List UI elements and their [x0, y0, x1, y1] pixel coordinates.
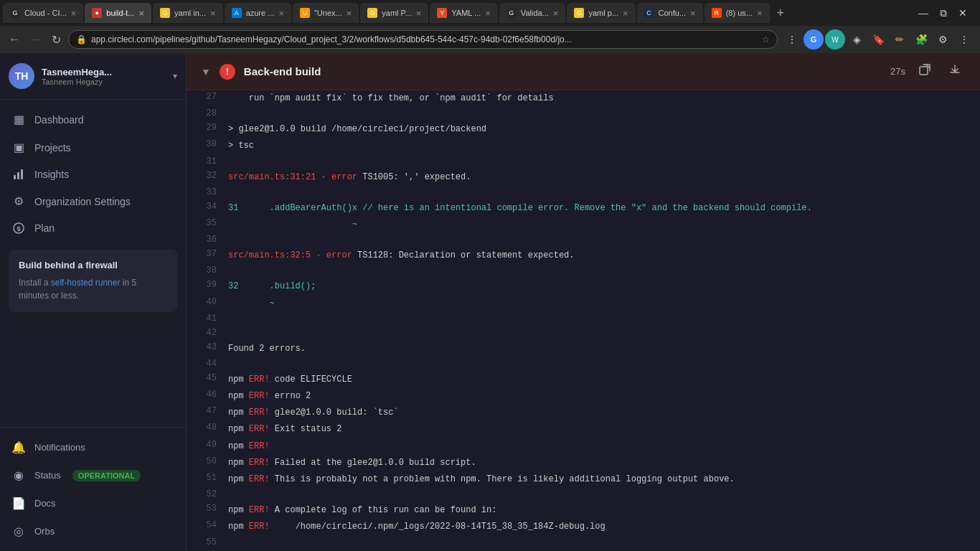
tab-close-yaml4[interactable]: ×: [623, 8, 628, 19]
sidebar-item-org-settings[interactable]: ⚙ Organization Settings: [0, 187, 186, 215]
notifications-icon: 🔔: [11, 441, 26, 454]
tab-valida[interactable]: G Valida... ×: [499, 3, 566, 23]
tab-close-yaml2[interactable]: ×: [416, 8, 422, 19]
tab-favicon-valida: G: [507, 8, 517, 18]
line-number: 45: [187, 372, 222, 385]
sidebar-item-orbs[interactable]: ◎ Orbs: [0, 517, 186, 545]
promo-link[interactable]: self-hosted runner: [51, 278, 121, 288]
sidebar-item-label-plan: Plan: [34, 222, 55, 234]
ext6-button[interactable]: ⚙: [933, 29, 953, 50]
reload-button[interactable]: ↻: [49, 30, 64, 50]
sidebar-item-docs[interactable]: 📄 Docs: [0, 489, 186, 517]
sidebar-item-notifications[interactable]: 🔔 Notifications: [0, 433, 186, 461]
log-row: 31: [187, 155, 980, 169]
sidebar-item-plan[interactable]: $ Plan: [0, 215, 186, 241]
tab-close-reddit[interactable]: ×: [757, 8, 763, 19]
log-line-content: [222, 312, 980, 315]
download-button[interactable]: [944, 62, 966, 81]
log-row: 46npm ERR! errno 2: [187, 388, 980, 405]
log-line-content: [222, 155, 980, 158]
log-row: 3932 .build();: [187, 278, 980, 295]
star-icon[interactable]: ☆: [762, 34, 770, 44]
tab-favicon-confu: C: [644, 8, 654, 18]
sidebar-bottom: 🔔 Notifications ◉ Status OPERATIONAL 📄 D…: [0, 427, 186, 551]
ext2-button[interactable]: ◈: [847, 29, 867, 50]
log-line-content: npm ERR! code ELIFECYCLE: [222, 372, 980, 388]
open-new-window-button[interactable]: [914, 62, 936, 81]
menu-button[interactable]: ⋮: [954, 29, 974, 50]
plan-icon: $: [11, 222, 26, 234]
tab-close-confu[interactable]: ×: [690, 8, 696, 19]
tab-build[interactable]: ● build-t... ×: [85, 3, 151, 23]
expand-button[interactable]: ▼: [201, 66, 211, 77]
log-row: 47npm ERR! glee2@1.0.0 build: `tsc`: [187, 405, 980, 421]
log-line-content: npm ERR! /home/circleci/.npm/_logs/2022-…: [222, 519, 980, 535]
line-number: 49: [187, 438, 222, 451]
tab-github-cloud[interactable]: G Cloud - CI... ×: [3, 3, 83, 23]
line-number: 36: [187, 233, 222, 246]
svg-rect-1: [17, 172, 19, 179]
tab-azure[interactable]: A azure ... ×: [225, 3, 291, 23]
sidebar-item-projects[interactable]: ▣ Projects: [0, 133, 186, 161]
tab-close-yaml1[interactable]: ×: [210, 8, 216, 19]
dashboard-icon: ▦: [11, 113, 26, 126]
log-container[interactable]: 27 run `npm audit fix` to fix them, or `…: [187, 90, 980, 551]
sidebar-item-status[interactable]: ◉ Status OPERATIONAL: [0, 461, 186, 489]
tab-favicon-azure: A: [232, 8, 242, 18]
tab-close-active[interactable]: ×: [138, 8, 144, 19]
docs-icon: 📄: [11, 496, 26, 510]
ext3-button[interactable]: 🔖: [868, 29, 888, 50]
tab-close-yaml3[interactable]: ×: [485, 8, 491, 19]
tab-close-azure[interactable]: ×: [278, 8, 284, 19]
user-header[interactable]: TH TasneemHega... Tasneem Hegazy ▾: [0, 53, 186, 100]
log-line-content: [222, 264, 980, 267]
tab-label-yaml4: yaml p...: [588, 9, 618, 17]
log-row: 27 run `npm audit fix` to fix them, or `…: [187, 90, 980, 107]
tab-label-yaml2: yaml P...: [382, 9, 411, 17]
new-tab-button[interactable]: +: [771, 6, 791, 21]
line-number: 48: [187, 421, 222, 434]
ext4-button[interactable]: ✏: [890, 29, 910, 50]
tab-label-unex: "Unex...: [314, 9, 342, 17]
address-bar[interactable]: 🔒 app.circleci.com/pipelines/github/Tasn…: [68, 30, 778, 49]
tab-label-reddit: (8) us...: [726, 9, 753, 17]
tab-favicon-yaml4: G: [574, 8, 584, 18]
extensions-button[interactable]: ⋮: [782, 29, 802, 50]
tab-yaml4[interactable]: G yaml p... ×: [567, 3, 635, 23]
address-icons: ☆: [762, 34, 770, 44]
close-button[interactable]: ✕: [954, 4, 971, 22]
sidebar-item-insights[interactable]: Insights: [0, 161, 186, 187]
tab-reddit[interactable]: R (8) us... ×: [705, 3, 770, 23]
tab-close-unex[interactable]: ×: [347, 8, 352, 19]
log-row: 32src/main.ts:31:21 - error TS1005: ',' …: [187, 169, 980, 186]
tab-confu[interactable]: C Confu... ×: [637, 3, 703, 23]
log-row: 54npm ERR! /home/circleci/.npm/_logs/202…: [187, 519, 980, 535]
maximize-button[interactable]: ⧉: [936, 4, 951, 22]
minimize-button[interactable]: —: [914, 4, 933, 22]
profile-button[interactable]: G: [804, 29, 824, 50]
sidebar-item-dashboard[interactable]: ▦ Dashboard: [0, 105, 186, 133]
tab-unex[interactable]: U "Unex... ×: [293, 3, 359, 23]
tab-yaml2[interactable]: G yaml P... ×: [360, 3, 428, 23]
log-line-content: Found 2 errors.: [222, 341, 980, 357]
tab-close-btn[interactable]: ×: [71, 8, 77, 19]
log-row: 28: [187, 107, 980, 121]
tab-yaml3[interactable]: Y YAML ... ×: [430, 3, 498, 23]
log-line-content: [222, 326, 980, 329]
sidebar-item-label-status: Status: [34, 470, 61, 481]
tab-yaml1[interactable]: G yaml in... ×: [153, 3, 223, 23]
log-line-content: run `npm audit fix` to fix them, or `npm…: [222, 90, 980, 107]
forward-button[interactable]: →: [27, 30, 44, 49]
user-sub: Tasneem Hegazy: [42, 77, 166, 86]
ext1-button[interactable]: W: [825, 29, 845, 50]
log-row: 43Found 2 errors.: [187, 341, 980, 357]
log-row: 52: [187, 488, 980, 502]
avatar: TH: [9, 63, 34, 89]
tab-close-valida[interactable]: ×: [553, 8, 559, 19]
line-number: 27: [187, 90, 222, 103]
log-line-content: npm ERR! A complete log of this run can …: [222, 502, 980, 519]
back-button[interactable]: ←: [6, 30, 23, 49]
line-number: 43: [187, 341, 222, 354]
ext5-button[interactable]: 🧩: [911, 29, 931, 50]
log-row: 44: [187, 357, 980, 372]
